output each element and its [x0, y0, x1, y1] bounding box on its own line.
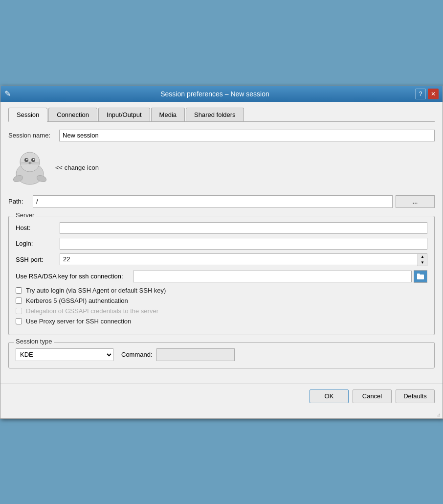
ssh-port-label: SSH port: [16, 256, 60, 263]
session-name-input[interactable] [59, 130, 435, 141]
rsa-row: Use RSA/DSA key for ssh connection: [16, 270, 427, 283]
login-input[interactable] [60, 238, 427, 250]
close-button[interactable]: ✕ [428, 89, 439, 99]
command-input[interactable] [156, 348, 235, 361]
folder-icon [417, 273, 424, 280]
kerberos-checkbox[interactable] [16, 298, 22, 304]
spinner-buttons: ▲ ▼ [418, 253, 427, 266]
session-preferences-window: ✎ Session preferences – New session ? ✕ … [0, 86, 443, 419]
server-group: Server Host: Login: SSH port: ▲ ▼ [8, 216, 435, 335]
ssh-port-row: SSH port: ▲ ▼ [16, 253, 427, 266]
host-label: Host: [16, 224, 60, 231]
svg-point-4 [26, 159, 28, 160]
rsa-browse-button[interactable] [414, 270, 427, 283]
host-input[interactable] [60, 222, 427, 234]
login-row: Login: [16, 238, 427, 250]
tab-input-output[interactable]: Input/Output [98, 108, 150, 121]
session-type-group: Session type KDE GNOME XFCE LXDE Openbox… [8, 342, 435, 368]
spinner-down-button[interactable]: ▼ [418, 260, 427, 266]
server-group-title: Server [14, 211, 36, 219]
button-bar: OK Cancel Defaults [0, 383, 443, 411]
ok-button[interactable]: OK [310, 389, 349, 403]
svg-point-7 [29, 162, 31, 164]
session-type-row: KDE GNOME XFCE LXDE Openbox Custom Comma… [16, 348, 427, 361]
rsa-input[interactable] [133, 271, 412, 282]
cancel-button[interactable]: Cancel [353, 389, 392, 403]
tab-session[interactable]: Session [8, 108, 47, 122]
tab-media[interactable]: Media [151, 108, 185, 121]
ssh-port-input[interactable] [60, 253, 418, 265]
defaults-button[interactable]: Defaults [396, 389, 435, 403]
auto-login-checkbox[interactable] [16, 287, 22, 294]
help-button[interactable]: ? [415, 89, 426, 99]
app-icon: ✎ [4, 89, 11, 98]
tabs-bar: Session Connection Input/Output Media Sh… [8, 108, 435, 122]
session-icon[interactable] [10, 148, 49, 187]
path-label: Path: [8, 198, 33, 205]
path-row: Path: ... [8, 195, 435, 208]
path-input[interactable] [33, 195, 393, 208]
kerberos-label: Kerberos 5 (GSSAPI) authentication [26, 297, 128, 304]
title-bar: ✎ Session preferences – New session ? ✕ [0, 86, 443, 102]
auto-login-label: Try auto login (via SSH Agent or default… [26, 287, 166, 294]
window-title: Session preferences – New session [15, 90, 415, 98]
spinner-up-button[interactable]: ▲ [418, 254, 427, 260]
proxy-label: Use Proxy server for SSH connection [26, 318, 131, 325]
session-name-row: Session name: [8, 130, 435, 141]
gssapi-checkbox [16, 308, 22, 314]
proxy-row: Use Proxy server for SSH connection [16, 318, 427, 325]
command-label: Command: [121, 351, 153, 358]
tab-connection[interactable]: Connection [48, 108, 97, 121]
gssapi-row: Delegation of GSSAPI credentials to the … [16, 307, 427, 315]
kerberos-row: Kerberos 5 (GSSAPI) authentication [16, 297, 427, 304]
login-label: Login: [16, 240, 60, 247]
tab-shared-folders[interactable]: Shared folders [186, 108, 244, 121]
content-area: Session Connection Input/Output Media Sh… [0, 102, 443, 383]
rsa-label: Use RSA/DSA key for ssh connection: [16, 273, 133, 280]
resize-hint: ⊿ [0, 411, 443, 418]
session-name-label: Session name: [8, 132, 57, 139]
change-icon-link[interactable]: << change icon [55, 164, 99, 171]
gssapi-label: Delegation of GSSAPI credentials to the … [26, 307, 158, 315]
ssh-port-spinner: ▲ ▼ [60, 253, 427, 266]
svg-point-5 [33, 159, 35, 160]
icon-area: << change icon [10, 148, 435, 187]
host-row: Host: [16, 222, 427, 234]
auto-login-row: Try auto login (via SSH Agent or default… [16, 287, 427, 294]
title-bar-buttons: ? ✕ [415, 89, 439, 99]
proxy-checkbox[interactable] [16, 318, 22, 324]
browse-button[interactable]: ... [396, 195, 435, 208]
session-type-group-title: Session type [14, 338, 54, 345]
session-type-select[interactable]: KDE GNOME XFCE LXDE Openbox Custom [16, 348, 113, 361]
